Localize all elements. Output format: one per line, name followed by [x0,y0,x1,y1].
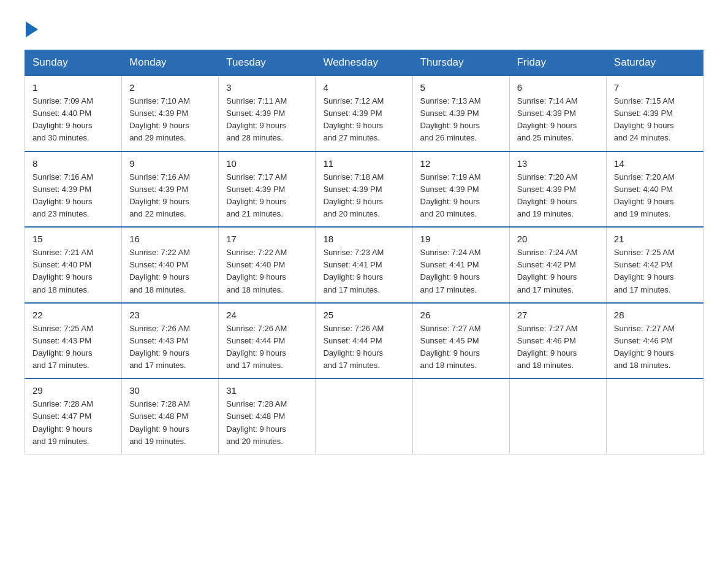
day-number: 19 [420,234,502,244]
day-info: Sunrise: 7:20 AMSunset: 4:40 PMDaylight:… [614,171,696,221]
calendar-cell: 1Sunrise: 7:09 AMSunset: 4:40 PMDaylight… [25,75,122,151]
page-header [25,18,703,37]
weekday-header-monday: Monday [122,50,219,76]
day-info: Sunrise: 7:27 AMSunset: 4:46 PMDaylight:… [614,323,696,372]
calendar-table: SundayMondayTuesdayWednesdayThursdayFrid… [25,50,703,454]
calendar-cell: 4Sunrise: 7:12 AMSunset: 4:39 PMDaylight… [316,75,412,151]
day-number: 18 [323,234,404,244]
week-row-4: 22Sunrise: 7:25 AMSunset: 4:43 PMDayligh… [25,303,703,379]
calendar-cell: 29Sunrise: 7:28 AMSunset: 4:47 PMDayligh… [25,378,122,454]
calendar-cell [606,378,703,454]
calendar-cell: 16Sunrise: 7:22 AMSunset: 4:40 PMDayligh… [122,227,219,303]
day-info: Sunrise: 7:24 AMSunset: 4:41 PMDaylight:… [420,247,502,296]
weekday-header-tuesday: Tuesday [219,50,316,76]
day-number: 20 [517,234,599,244]
calendar-cell [509,378,606,454]
day-info: Sunrise: 7:26 AMSunset: 4:43 PMDaylight:… [129,323,211,372]
day-number: 6 [517,82,599,93]
calendar-cell: 20Sunrise: 7:24 AMSunset: 4:42 PMDayligh… [509,227,606,303]
day-info: Sunrise: 7:26 AMSunset: 4:44 PMDaylight:… [323,323,404,372]
week-row-3: 15Sunrise: 7:21 AMSunset: 4:40 PMDayligh… [25,227,703,303]
calendar-cell: 23Sunrise: 7:26 AMSunset: 4:43 PMDayligh… [122,303,219,379]
day-info: Sunrise: 7:22 AMSunset: 4:40 PMDaylight:… [226,247,308,296]
day-number: 3 [226,82,308,93]
calendar-cell [412,378,509,454]
calendar-cell: 19Sunrise: 7:24 AMSunset: 4:41 PMDayligh… [412,227,509,303]
weekday-header-sunday: Sunday [25,50,122,76]
calendar-cell: 3Sunrise: 7:11 AMSunset: 4:39 PMDaylight… [219,75,316,151]
day-number: 29 [32,385,114,396]
logo [25,18,38,37]
day-number: 26 [420,310,502,320]
day-number: 7 [614,82,696,93]
day-number: 5 [420,82,502,93]
day-info: Sunrise: 7:27 AMSunset: 4:45 PMDaylight:… [420,323,502,372]
day-info: Sunrise: 7:19 AMSunset: 4:39 PMDaylight:… [420,171,502,221]
day-number: 28 [614,310,696,320]
calendar-cell: 31Sunrise: 7:28 AMSunset: 4:48 PMDayligh… [219,378,316,454]
weekday-header-friday: Friday [509,50,606,76]
logo-arrow-icon [26,21,38,37]
calendar-cell: 13Sunrise: 7:20 AMSunset: 4:39 PMDayligh… [509,151,606,228]
calendar-cell: 14Sunrise: 7:20 AMSunset: 4:40 PMDayligh… [606,151,703,228]
calendar-cell: 5Sunrise: 7:13 AMSunset: 4:39 PMDaylight… [412,75,509,151]
day-number: 1 [32,82,114,93]
calendar-cell: 6Sunrise: 7:14 AMSunset: 4:39 PMDaylight… [509,75,606,151]
day-info: Sunrise: 7:18 AMSunset: 4:39 PMDaylight:… [323,171,404,221]
day-info: Sunrise: 7:20 AMSunset: 4:39 PMDaylight:… [517,171,599,221]
day-number: 30 [129,385,211,396]
day-info: Sunrise: 7:22 AMSunset: 4:40 PMDaylight:… [129,247,211,296]
day-number: 31 [226,385,308,396]
calendar-cell: 21Sunrise: 7:25 AMSunset: 4:42 PMDayligh… [606,227,703,303]
day-info: Sunrise: 7:13 AMSunset: 4:39 PMDaylight:… [420,95,502,145]
calendar-cell: 22Sunrise: 7:25 AMSunset: 4:43 PMDayligh… [25,303,122,379]
day-info: Sunrise: 7:16 AMSunset: 4:39 PMDaylight:… [32,171,114,221]
day-info: Sunrise: 7:17 AMSunset: 4:39 PMDaylight:… [226,171,308,221]
calendar-cell: 18Sunrise: 7:23 AMSunset: 4:41 PMDayligh… [316,227,412,303]
day-info: Sunrise: 7:12 AMSunset: 4:39 PMDaylight:… [323,95,404,145]
day-number: 21 [614,234,696,244]
calendar-cell: 26Sunrise: 7:27 AMSunset: 4:45 PMDayligh… [412,303,509,379]
calendar-cell: 17Sunrise: 7:22 AMSunset: 4:40 PMDayligh… [219,227,316,303]
calendar-cell: 10Sunrise: 7:17 AMSunset: 4:39 PMDayligh… [219,151,316,228]
week-row-1: 1Sunrise: 7:09 AMSunset: 4:40 PMDaylight… [25,75,703,151]
day-number: 24 [226,310,308,320]
week-row-2: 8Sunrise: 7:16 AMSunset: 4:39 PMDaylight… [25,151,703,228]
weekday-header-thursday: Thursday [412,50,509,76]
weekday-header-row: SundayMondayTuesdayWednesdayThursdayFrid… [25,50,703,76]
day-number: 11 [323,158,404,169]
day-number: 2 [129,82,211,93]
day-info: Sunrise: 7:14 AMSunset: 4:39 PMDaylight:… [517,95,599,145]
day-info: Sunrise: 7:28 AMSunset: 4:48 PMDaylight:… [226,398,308,448]
calendar-cell: 9Sunrise: 7:16 AMSunset: 4:39 PMDaylight… [122,151,219,228]
day-info: Sunrise: 7:21 AMSunset: 4:40 PMDaylight:… [32,247,114,296]
calendar-cell: 2Sunrise: 7:10 AMSunset: 4:39 PMDaylight… [122,75,219,151]
day-number: 8 [32,158,114,169]
day-number: 10 [226,158,308,169]
day-info: Sunrise: 7:28 AMSunset: 4:48 PMDaylight:… [129,398,211,448]
calendar-cell: 25Sunrise: 7:26 AMSunset: 4:44 PMDayligh… [316,303,412,379]
day-info: Sunrise: 7:15 AMSunset: 4:39 PMDaylight:… [614,95,696,145]
weekday-header-wednesday: Wednesday [316,50,412,76]
day-info: Sunrise: 7:11 AMSunset: 4:39 PMDaylight:… [226,95,308,145]
day-number: 25 [323,310,404,320]
day-info: Sunrise: 7:25 AMSunset: 4:42 PMDaylight:… [614,247,696,296]
day-info: Sunrise: 7:16 AMSunset: 4:39 PMDaylight:… [129,171,211,221]
calendar-cell [316,378,412,454]
calendar-cell: 28Sunrise: 7:27 AMSunset: 4:46 PMDayligh… [606,303,703,379]
day-info: Sunrise: 7:24 AMSunset: 4:42 PMDaylight:… [517,247,599,296]
day-number: 15 [32,234,114,244]
day-number: 27 [517,310,599,320]
calendar-cell: 8Sunrise: 7:16 AMSunset: 4:39 PMDaylight… [25,151,122,228]
day-info: Sunrise: 7:27 AMSunset: 4:46 PMDaylight:… [517,323,599,372]
calendar-cell: 27Sunrise: 7:27 AMSunset: 4:46 PMDayligh… [509,303,606,379]
calendar-cell: 7Sunrise: 7:15 AMSunset: 4:39 PMDaylight… [606,75,703,151]
day-info: Sunrise: 7:23 AMSunset: 4:41 PMDaylight:… [323,247,404,296]
day-info: Sunrise: 7:10 AMSunset: 4:39 PMDaylight:… [129,95,211,145]
day-number: 14 [614,158,696,169]
calendar-cell: 11Sunrise: 7:18 AMSunset: 4:39 PMDayligh… [316,151,412,228]
day-number: 12 [420,158,502,169]
week-row-5: 29Sunrise: 7:28 AMSunset: 4:47 PMDayligh… [25,378,703,454]
day-number: 13 [517,158,599,169]
day-number: 23 [129,310,211,320]
